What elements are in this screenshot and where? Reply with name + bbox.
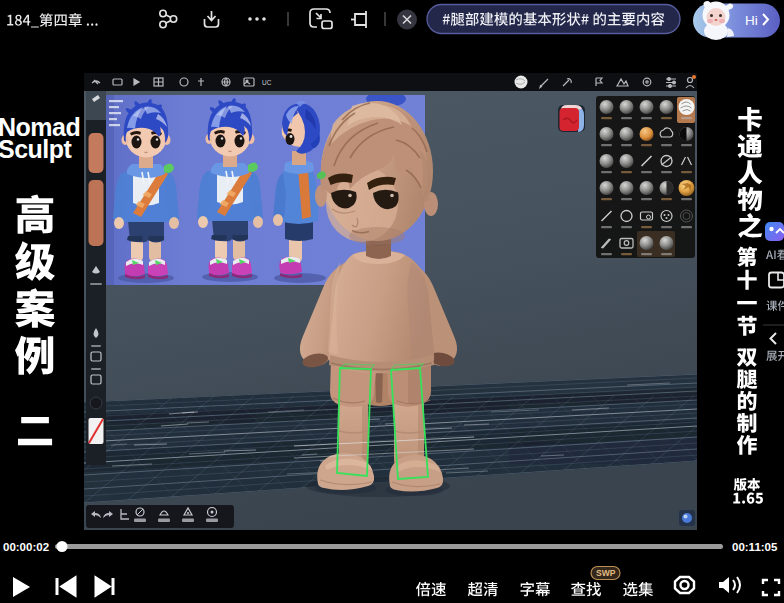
svg-text:Sculpt: Sculpt (0, 135, 73, 163)
svg-text:00:00:02: 00:00:02 (3, 541, 49, 553)
svg-text:Hi: Hi (745, 13, 758, 28)
svg-text:SWP: SWP (596, 568, 616, 578)
svg-text:00:11:05: 00:11:05 (732, 541, 778, 553)
